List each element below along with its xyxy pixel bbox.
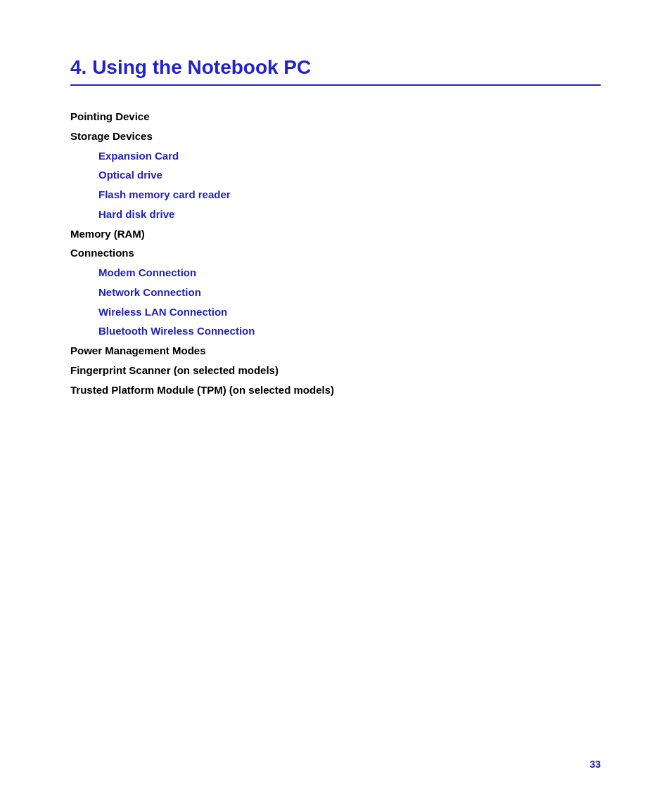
toc-item-flash-memory[interactable]: Flash memory card reader bbox=[70, 185, 601, 205]
toc-item-tpm[interactable]: Trusted Platform Module (TPM) (on select… bbox=[70, 380, 601, 400]
page-container: 4. Using the Notebook PC Pointing Device… bbox=[0, 0, 671, 812]
toc-item-power-management[interactable]: Power Management Modes bbox=[70, 341, 601, 361]
toc-item-modem-connection[interactable]: Modem Connection bbox=[70, 263, 601, 283]
toc-item-wireless-lan[interactable]: Wireless LAN Connection bbox=[70, 302, 601, 322]
chapter-number: 4. bbox=[70, 56, 87, 78]
toc-item-network-connection[interactable]: Network Connection bbox=[70, 283, 601, 302]
toc-item-hard-disk[interactable]: Hard disk drive bbox=[70, 205, 601, 224]
page-number: 33 bbox=[589, 759, 601, 770]
toc-item-fingerprint[interactable]: Fingerprint Scanner (on selected models) bbox=[70, 361, 601, 380]
toc-item-connections[interactable]: Connections bbox=[70, 243, 601, 263]
toc-list: Pointing DeviceStorage DevicesExpansion … bbox=[70, 107, 601, 399]
chapter-title: 4. Using the Notebook PC bbox=[70, 56, 601, 79]
title-divider bbox=[70, 84, 601, 86]
toc-item-storage-devices[interactable]: Storage Devices bbox=[70, 127, 601, 146]
toc-item-pointing-device[interactable]: Pointing Device bbox=[70, 107, 601, 127]
toc-item-memory-ram[interactable]: Memory (RAM) bbox=[70, 224, 601, 244]
chapter-title-text: Using the Notebook PC bbox=[92, 56, 311, 78]
toc-item-expansion-card[interactable]: Expansion Card bbox=[70, 146, 601, 166]
toc-item-bluetooth[interactable]: Bluetooth Wireless Connection bbox=[70, 321, 601, 341]
toc-item-optical-drive[interactable]: Optical drive bbox=[70, 165, 601, 185]
